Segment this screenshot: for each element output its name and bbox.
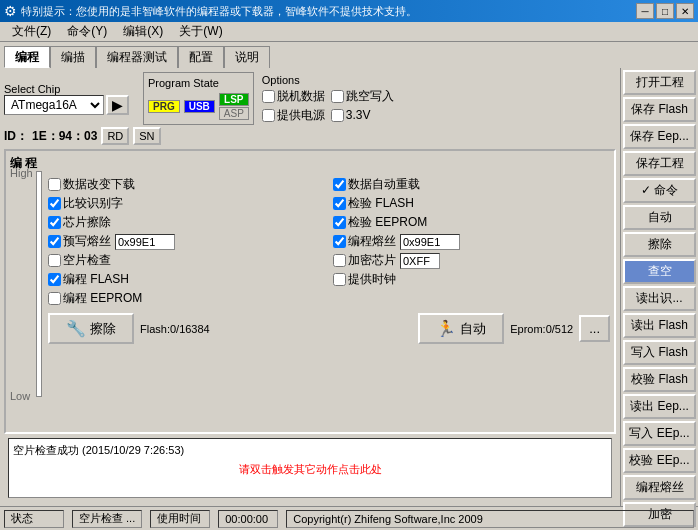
menu-command[interactable]: 命令(Y) bbox=[59, 21, 115, 42]
right-panel: 打开工程 保存 Flash 保存 Eep... 保存工程 ✓ 命令 自动 擦除 … bbox=[620, 68, 698, 506]
compare-id-input[interactable] bbox=[48, 197, 61, 210]
dots-button[interactable]: ... bbox=[579, 315, 610, 342]
menu-about[interactable]: 关于(W) bbox=[171, 21, 230, 42]
tabs-bar: 编程 编描 编程器测试 配置 说明 bbox=[0, 42, 698, 68]
tab-program[interactable]: 编程 bbox=[4, 46, 50, 68]
lsp-indicator: LSP bbox=[219, 93, 248, 106]
btn-write-fuse[interactable]: 编程熔丝 bbox=[623, 475, 696, 500]
main-content: Select Chip ATmega16A ▶ Program State PR… bbox=[0, 68, 698, 506]
prog-row-3: 预写熔丝 bbox=[48, 233, 325, 250]
prog-right-row-5: 提供时钟 bbox=[333, 271, 610, 288]
title-text: 特别提示：您使用的是非智峰软件的编程器或下载器，智峰软件不提供技术支持。 bbox=[17, 4, 636, 19]
id-section: ID： 1E：94：03 RD SN bbox=[4, 127, 616, 145]
high-low-labels: High Low bbox=[10, 167, 33, 402]
provide-clock-checkbox[interactable]: 提供时钟 bbox=[333, 271, 396, 288]
tab-description[interactable]: 说明 bbox=[224, 46, 270, 68]
write-fuse-checkbox[interactable]: 编程熔丝 bbox=[333, 233, 396, 250]
id-label: ID： bbox=[4, 128, 28, 145]
tab-programmer-test[interactable]: 编程器测试 bbox=[96, 46, 178, 68]
btn-verify-eep[interactable]: 校验 EEp... bbox=[623, 448, 696, 473]
btn-write-eep[interactable]: 写入 EEp... bbox=[623, 421, 696, 446]
skip-write-checkbox[interactable]: 跳空写入 bbox=[331, 88, 394, 105]
voltage-checkbox[interactable]: 3.3V bbox=[331, 108, 371, 122]
verify-eeprom-checkbox[interactable]: 检验 EEPROM bbox=[333, 214, 427, 231]
status-scanning: 空片检查 ... bbox=[72, 510, 142, 528]
prg-indicator: PRG bbox=[148, 100, 180, 113]
auto-reload-input[interactable] bbox=[333, 178, 346, 191]
auto-button[interactable]: 🏃 自动 bbox=[418, 313, 504, 344]
flash-info: Flash:0/16384 bbox=[140, 323, 210, 335]
prog-row-4: 空片检查 bbox=[48, 252, 325, 269]
sn-button[interactable]: SN bbox=[133, 127, 160, 145]
program-state-box: Program State PRG USB LSP ASP bbox=[143, 72, 254, 125]
erase-button[interactable]: 🔧 擦除 bbox=[48, 313, 134, 344]
progress-bar bbox=[36, 171, 42, 397]
tab-config[interactable]: 配置 bbox=[178, 46, 224, 68]
offline-data-input[interactable] bbox=[262, 90, 275, 103]
btn-read-eep[interactable]: 读出 Eep... bbox=[623, 394, 696, 419]
blank-check-checkbox[interactable]: 空片检查 bbox=[48, 252, 111, 269]
prog-right-row-3: 编程熔丝 bbox=[333, 233, 610, 250]
write-fuse-input[interactable] bbox=[333, 235, 346, 248]
btn-erase[interactable]: 擦除 bbox=[623, 232, 696, 257]
encrypt-chip-input[interactable] bbox=[333, 254, 346, 267]
minimize-button[interactable]: ─ bbox=[636, 3, 654, 19]
btn-blank-check[interactable]: 查空 bbox=[623, 259, 696, 284]
tab-edit[interactable]: 编描 bbox=[50, 46, 96, 68]
provide-power-checkbox[interactable]: 提供电源 bbox=[262, 107, 325, 124]
write-fuse-hex[interactable] bbox=[400, 234, 460, 250]
auto-reload-checkbox[interactable]: 数据自动重载 bbox=[333, 176, 420, 193]
btn-save-flash[interactable]: 保存 Flash bbox=[623, 97, 696, 122]
pre-write-fuse-hex[interactable] bbox=[115, 234, 175, 250]
prog-flash-input[interactable] bbox=[48, 273, 61, 286]
log-area: 空片检查成功 (2015/10/29 7:26:53) 请双击触发其它动作点击此… bbox=[8, 438, 612, 498]
usb-indicator: USB bbox=[184, 100, 215, 113]
chip-erase-input[interactable] bbox=[48, 216, 61, 229]
data-change-download-input[interactable] bbox=[48, 178, 61, 191]
close-button[interactable]: ✕ bbox=[676, 3, 694, 19]
status-used-time: 使用时间 bbox=[150, 510, 210, 528]
verify-eeprom-input[interactable] bbox=[333, 216, 346, 229]
btn-verify-flash[interactable]: 校验 Flash bbox=[623, 367, 696, 392]
rd-button[interactable]: RD bbox=[101, 127, 129, 145]
status-state: 状态 bbox=[4, 510, 64, 528]
options-box: Options 脱机数据 跳空写入 提供电源 bbox=[262, 74, 394, 124]
skip-write-input[interactable] bbox=[331, 90, 344, 103]
verify-flash-input[interactable] bbox=[333, 197, 346, 210]
chip-select[interactable]: ATmega16A bbox=[4, 95, 104, 115]
compare-id-checkbox[interactable]: 比较识别字 bbox=[48, 195, 123, 212]
prog-eeprom-checkbox[interactable]: 编程 EEPROM bbox=[48, 290, 142, 307]
btn-open-project[interactable]: 打开工程 bbox=[623, 70, 696, 95]
voltage-input[interactable] bbox=[331, 109, 344, 122]
btn-save-project[interactable]: 保存工程 bbox=[623, 151, 696, 176]
btn-command-divider[interactable]: ✓ 命令 bbox=[623, 178, 696, 203]
btn-write-flash[interactable]: 写入 Flash bbox=[623, 340, 696, 365]
chip-nav-button[interactable]: ▶ bbox=[106, 95, 129, 115]
btn-save-eep[interactable]: 保存 Eep... bbox=[623, 124, 696, 149]
blank-check-input[interactable] bbox=[48, 254, 61, 267]
data-change-download-checkbox[interactable]: 数据改变下载 bbox=[48, 176, 135, 193]
pre-write-fuse-checkbox[interactable]: 预写熔丝 bbox=[48, 233, 111, 250]
low-label: Low bbox=[10, 390, 33, 402]
btn-read-id[interactable]: 读出识... bbox=[623, 286, 696, 311]
verify-flash-checkbox[interactable]: 检验 FLASH bbox=[333, 195, 414, 212]
menu-edit[interactable]: 编辑(X) bbox=[115, 21, 171, 42]
prog-right: 数据自动重载 检验 FLASH 检验 EEPRO bbox=[333, 176, 610, 307]
provide-clock-input[interactable] bbox=[333, 273, 346, 286]
prog-flash-checkbox[interactable]: 编程 FLASH bbox=[48, 271, 129, 288]
chip-erase-checkbox[interactable]: 芯片擦除 bbox=[48, 214, 111, 231]
btn-read-flash[interactable]: 读出 Flash bbox=[623, 313, 696, 338]
encrypt-chip-hex[interactable] bbox=[400, 253, 440, 269]
btn-auto[interactable]: 自动 bbox=[623, 205, 696, 230]
menu-file[interactable]: 文件(Z) bbox=[4, 21, 59, 42]
prog-right-row-2: 检验 EEPROM bbox=[333, 214, 610, 231]
prog-eeprom-input[interactable] bbox=[48, 292, 61, 305]
offline-data-checkbox[interactable]: 脱机数据 bbox=[262, 88, 325, 105]
maximize-button[interactable]: □ bbox=[656, 3, 674, 19]
prog-row-5: 编程 FLASH bbox=[48, 271, 325, 288]
prog-right-row-0: 数据自动重载 bbox=[333, 176, 610, 193]
prog-title: 编 程 bbox=[10, 155, 610, 172]
provide-power-input[interactable] bbox=[262, 109, 275, 122]
pre-write-fuse-input[interactable] bbox=[48, 235, 61, 248]
encrypt-chip-checkbox[interactable]: 加密芯片 bbox=[333, 252, 396, 269]
